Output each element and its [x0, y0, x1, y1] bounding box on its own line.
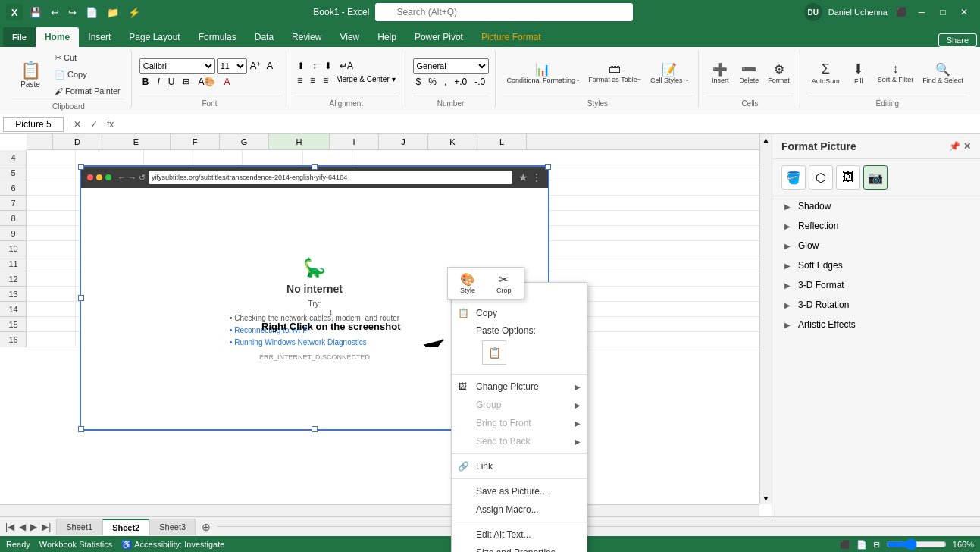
panel-item-shadow[interactable]: ▶ Shadow: [772, 196, 980, 216]
scroll-up-button[interactable]: ▲: [761, 134, 772, 146]
workbook-stats-button[interactable]: Workbook Statistics: [39, 540, 112, 549]
context-assign-macro[interactable]: Assign Macro...: [452, 500, 587, 519]
number-format-select[interactable]: General: [413, 58, 489, 74]
cell[interactable]: [27, 241, 76, 256]
search-input[interactable]: [375, 3, 633, 21]
minimize-button[interactable]: ─: [912, 5, 931, 20]
delete-cells-button[interactable]: ➖ Delete: [735, 51, 762, 95]
user-name[interactable]: Daniel Uchenna: [825, 5, 891, 20]
cancel-formula-icon[interactable]: ✕: [70, 119, 84, 130]
align-bottom-button[interactable]: ⬇: [321, 60, 335, 72]
cell[interactable]: [27, 302, 76, 316]
handle-tr[interactable]: [545, 164, 551, 170]
panel-item-reflection[interactable]: ▶ Reflection: [772, 216, 980, 236]
tab-view[interactable]: View: [330, 27, 368, 47]
sheet-nav-last[interactable]: ▶|: [39, 522, 53, 532]
cell[interactable]: [144, 150, 193, 165]
sheet-tab-3[interactable]: Sheet3: [149, 519, 196, 535]
cell[interactable]: [27, 256, 76, 271]
find-select-button[interactable]: 🔍 Find & Select: [919, 51, 967, 95]
font-decrease-button[interactable]: A⁻: [265, 60, 280, 71]
align-right-button[interactable]: ≡: [320, 74, 331, 86]
insert-function-icon[interactable]: fx: [104, 119, 117, 130]
panel-fill-icon-btn[interactable]: 🪣: [781, 165, 806, 190]
col-header-L[interactable]: L: [477, 134, 527, 149]
cell[interactable]: [27, 317, 76, 331]
style-toolbar-button[interactable]: 🎨 Style: [452, 270, 483, 296]
add-sheet-button[interactable]: ⊕: [196, 519, 217, 535]
sort-filter-button[interactable]: ↕ Sort & Filter: [874, 51, 918, 95]
cell[interactable]: [27, 180, 76, 195]
zoom-slider[interactable]: [886, 538, 947, 550]
col-header-J[interactable]: J: [379, 134, 428, 149]
page-layout-icon[interactable]: 📄: [856, 540, 867, 550]
handle-ml[interactable]: [78, 295, 84, 301]
percent-button[interactable]: %: [425, 76, 440, 88]
panel-close-icon[interactable]: ✕: [963, 141, 971, 152]
cell[interactable]: [303, 150, 352, 165]
new-quick-icon[interactable]: 📄: [83, 5, 100, 20]
fill-color-button[interactable]: A🎨: [195, 76, 218, 88]
cell[interactable]: [27, 226, 76, 240]
undo-quick-icon[interactable]: ↩: [49, 5, 61, 20]
redo-quick-icon[interactable]: ↪: [66, 5, 79, 20]
autosum-button[interactable]: Σ AutoSum: [808, 51, 844, 95]
handle-bl[interactable]: [78, 426, 84, 432]
tab-file[interactable]: File: [3, 27, 36, 47]
sheet-nav-prev[interactable]: ◀: [17, 522, 28, 532]
formula-input[interactable]: [120, 118, 977, 131]
tab-power-pivot[interactable]: Power Pivot: [405, 27, 472, 47]
panel-layout-icon-btn[interactable]: 🖼: [836, 165, 860, 190]
context-change-picture[interactable]: 🖼 Change Picture ▶: [452, 378, 587, 396]
maximize-button[interactable]: □: [933, 5, 953, 20]
auto-save-icon[interactable]: ⚡: [126, 5, 142, 20]
cell[interactable]: [27, 287, 76, 301]
page-break-icon[interactable]: ⊟: [873, 540, 880, 550]
underline-button[interactable]: U: [165, 76, 178, 88]
bold-button[interactable]: B: [139, 76, 152, 88]
cell[interactable]: [193, 150, 243, 165]
accessibility-button[interactable]: ♿ Accessibility: Investigate: [121, 540, 224, 550]
row-header-15[interactable]: 15: [0, 317, 27, 332]
row-header-5[interactable]: 5: [0, 165, 27, 180]
sheet-tab-2[interactable]: Sheet2: [102, 519, 149, 535]
row-header-6[interactable]: 6: [0, 180, 27, 196]
cell[interactable]: [27, 150, 76, 165]
panel-item-artistic-effects[interactable]: ▶ Artistic Effects: [772, 315, 980, 334]
font-size-select[interactable]: 11: [217, 58, 247, 74]
col-header-E[interactable]: E: [102, 134, 171, 149]
align-left-button[interactable]: ≡: [294, 74, 305, 86]
ribbon-display-icon[interactable]: ⬛: [894, 5, 909, 20]
user-avatar[interactable]: DU: [804, 3, 822, 21]
align-center-button[interactable]: ≡: [307, 74, 318, 86]
cell[interactable]: [27, 211, 76, 225]
tab-page-layout[interactable]: Page Layout: [120, 27, 189, 47]
panel-item-glow[interactable]: ▶ Glow: [772, 236, 980, 256]
name-box[interactable]: [3, 117, 64, 132]
panel-item-3d-rotation[interactable]: ▶ 3-D Rotation: [772, 295, 980, 315]
handle-tc[interactable]: [312, 164, 318, 170]
handle-tl[interactable]: [78, 164, 84, 170]
align-middle-button[interactable]: ↕: [309, 60, 320, 72]
confirm-formula-icon[interactable]: ✓: [87, 119, 101, 130]
scroll-down-button[interactable]: ▼: [761, 493, 772, 504]
row-header-10[interactable]: 10: [0, 241, 27, 256]
paste-button[interactable]: 📋 Paste: [12, 52, 49, 96]
increase-decimal-button[interactable]: +.0: [451, 76, 470, 88]
cut-button[interactable]: ✂ Cut: [50, 50, 125, 65]
decrease-decimal-button[interactable]: -.0: [471, 76, 488, 88]
context-save-as-picture[interactable]: Save as Picture...: [452, 482, 587, 500]
save-quick-icon[interactable]: 💾: [27, 5, 44, 20]
excel-icon[interactable]: X: [6, 4, 23, 20]
font-family-select[interactable]: Calibri: [139, 58, 215, 74]
col-header-K[interactable]: K: [428, 134, 477, 149]
sheet-nav-next[interactable]: ▶: [28, 522, 39, 532]
context-size-and-properties[interactable]: Size and Properties...: [452, 544, 587, 552]
align-top-button[interactable]: ⬆: [294, 60, 308, 72]
sheet-nav-first[interactable]: |◀: [3, 522, 17, 532]
wrap-text-button[interactable]: ↵A: [337, 60, 356, 72]
cell[interactable]: [27, 332, 76, 347]
row-header-16[interactable]: 16: [0, 332, 27, 347]
panel-item-soft-edges[interactable]: ▶ Soft Edges: [772, 256, 980, 275]
col-header-F[interactable]: F: [171, 134, 220, 149]
